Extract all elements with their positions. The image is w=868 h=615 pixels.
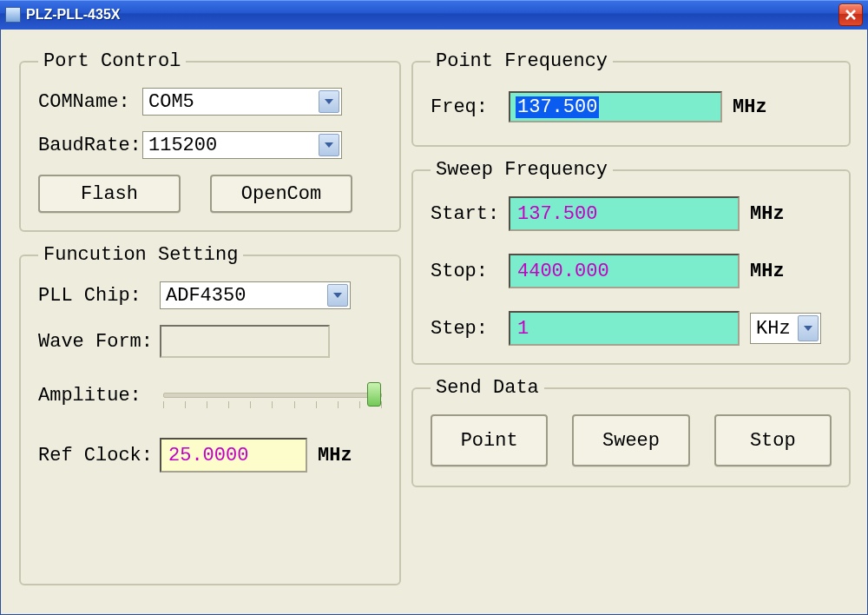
function-setting-group: Funcution Setting PLL Chip: ADF4350 Wave… (19, 244, 401, 585)
slider-track (163, 393, 382, 398)
chevron-down-icon (327, 284, 348, 307)
freq-unit: MHz (733, 96, 767, 118)
pll-value: ADF4350 (166, 285, 326, 307)
flash-button[interactable]: Flash (38, 175, 181, 213)
pll-label: PLL Chip: (38, 285, 160, 307)
ref-clock-value: 25.0000 (168, 445, 248, 466)
start-value: 137.500 (517, 203, 597, 225)
slider-thumb[interactable] (367, 382, 381, 407)
stop-value: 4400.000 (517, 261, 609, 282)
wave-label: Wave Form: (38, 331, 160, 353)
amplitude-slider[interactable] (163, 384, 382, 407)
stop-unit: MHz (750, 261, 785, 282)
function-setting-legend: Funcution Setting (38, 244, 243, 266)
step-label: Step: (431, 318, 509, 340)
step-row: Step: 1 KHz (431, 311, 832, 346)
freq-input[interactable]: 137.500 (509, 91, 722, 122)
point-frequency-group: Point Frequency Freq: 137.500 MHz (411, 50, 851, 147)
start-row: Start: 137.500 MHz (431, 196, 832, 231)
wave-input[interactable] (160, 325, 330, 358)
port-control-group: Port Control COMName: COM5 BaudRate: 115… (19, 50, 401, 232)
sweep-frequency-legend: Sweep Frequency (431, 159, 613, 181)
ref-clock-label: Ref Clock: (38, 445, 160, 466)
stop-input[interactable]: 4400.000 (509, 254, 740, 288)
window-title: PLZ-PLL-435X (26, 7, 838, 23)
baud-label: BaudRate: (38, 135, 142, 156)
left-column: Port Control COMName: COM5 BaudRate: 115… (19, 50, 401, 598)
wave-row: Wave Form: (38, 325, 382, 358)
freq-row: Freq: 137.500 MHz (431, 91, 832, 122)
sweep-button[interactable]: Sweep (572, 414, 689, 466)
close-button[interactable] (838, 3, 863, 26)
right-column: Point Frequency Freq: 137.500 MHz Sweep … (411, 50, 851, 598)
app-window: PLZ-PLL-435X Port Control COMName: COM5 … (0, 0, 868, 615)
chevron-down-icon (319, 90, 339, 113)
freq-label: Freq: (431, 96, 509, 118)
com-value: COM5 (148, 91, 317, 113)
chevron-down-icon (798, 315, 819, 341)
ref-clock-unit: MHz (318, 445, 352, 466)
step-unit-select[interactable]: KHz (750, 313, 821, 344)
step-input[interactable]: 1 (509, 311, 740, 346)
baud-value: 115200 (148, 135, 317, 156)
close-icon (845, 9, 857, 21)
com-select[interactable]: COM5 (142, 88, 342, 116)
slider-ticks (163, 401, 382, 408)
point-frequency-legend: Point Frequency (431, 50, 613, 72)
start-input[interactable]: 137.500 (509, 196, 740, 231)
amplitude-row: Amplitue: (38, 384, 382, 407)
pll-select[interactable]: ADF4350 (160, 281, 351, 309)
app-icon (5, 7, 21, 23)
com-row: COMName: COM5 (38, 88, 382, 116)
start-unit: MHz (750, 203, 785, 225)
step-unit-value: KHz (756, 318, 796, 340)
client-area: Port Control COMName: COM5 BaudRate: 115… (0, 30, 868, 615)
freq-value: 137.500 (516, 96, 599, 118)
chevron-down-icon (319, 134, 339, 156)
send-data-legend: Send Data (431, 377, 544, 399)
pll-row: PLL Chip: ADF4350 (38, 281, 382, 309)
baud-select[interactable]: 115200 (142, 131, 342, 159)
ref-clock-row: Ref Clock: 25.0000 MHz (38, 438, 382, 473)
title-bar: PLZ-PLL-435X (0, 0, 868, 30)
amplitude-label: Amplitue: (38, 385, 160, 407)
opencom-button[interactable]: OpenCom (210, 175, 352, 213)
stop-label: Stop: (431, 261, 509, 282)
send-buttons-row: Point Sweep Stop (431, 414, 832, 466)
port-buttons-row: Flash OpenCom (38, 175, 382, 213)
sweep-frequency-group: Sweep Frequency Start: 137.500 MHz Stop:… (411, 159, 851, 365)
port-control-legend: Port Control (38, 50, 186, 72)
step-value: 1 (517, 318, 529, 340)
com-label: COMName: (38, 91, 142, 113)
stop-row: Stop: 4400.000 MHz (431, 254, 832, 288)
baud-row: BaudRate: 115200 (38, 131, 382, 159)
send-data-group: Send Data Point Sweep Stop (411, 377, 851, 487)
point-button[interactable]: Point (431, 414, 548, 466)
stop-button[interactable]: Stop (714, 414, 832, 466)
ref-clock-input[interactable]: 25.0000 (160, 438, 307, 473)
start-label: Start: (431, 203, 509, 225)
